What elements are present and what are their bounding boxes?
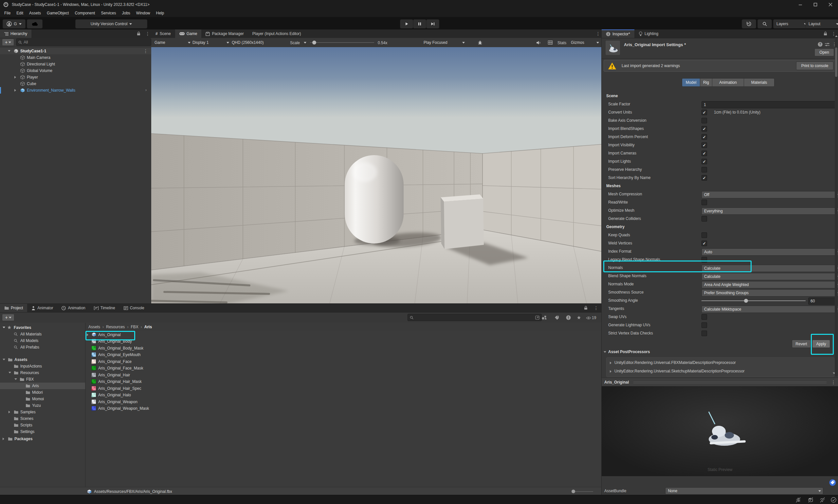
dropdown-smoothness-source[interactable]: Prefer Smoothing Groups [701,289,838,296]
folder-packages[interactable]: Packages [0,436,85,442]
favorite-all-models[interactable]: All Models [0,338,85,344]
hierarchy-item-main-camera[interactable]: Main Camera [0,54,151,61]
asset-aris_original_weapon[interactable]: Aris_Original_Weapon [86,399,601,405]
favorites-filter-icon[interactable] [577,316,581,320]
checkbox[interactable] [701,322,707,328]
asset-aris_original_halo[interactable]: Aris_Original_Halo [86,392,601,398]
undo-history-button[interactable] [742,19,756,29]
search-by-type-icon[interactable] [542,316,547,320]
panel-menu-icon[interactable]: ⋮ [596,32,600,36]
cache-disabled-icon[interactable] [808,497,814,503]
breadcrumb-aris[interactable]: Aris [144,325,152,329]
tab-hierarchy[interactable]: Hierarchy [0,30,32,38]
pause-button[interactable] [413,19,426,29]
panel-menu-icon[interactable]: ⋮ [594,306,599,310]
checkbox[interactable]: ✓ [701,240,707,246]
lock-icon[interactable] [824,32,827,36]
hidden-count-toggle[interactable]: 19 [586,316,596,320]
create-add-button[interactable]: + [2,39,14,46]
gizmos-dropdown[interactable]: Gizmos [571,39,599,46]
checkbox[interactable] [701,118,707,123]
folder-momoi[interactable]: Momoi [0,396,85,402]
checkbox[interactable] [701,257,707,263]
scene-menu-icon[interactable]: ⋮ [143,49,148,53]
checkbox[interactable] [701,330,707,336]
checkbox[interactable]: ✓ [701,150,707,156]
mode-tab-animation[interactable]: Animation [712,78,744,87]
cloud-button[interactable] [27,19,42,29]
folder-settings[interactable]: Settings [0,428,85,435]
postprocessor-item[interactable]: UnityEditor.Rendering.Universal.Sketchup… [607,367,834,375]
status-ok-icon[interactable] [831,497,836,503]
thumbnail-size-knob[interactable] [572,490,575,493]
folder-fbx[interactable]: FBX [0,376,85,382]
presets-icon[interactable] [825,42,830,47]
breadcrumb-assets[interactable]: Assets [88,325,100,329]
checkbox[interactable]: ✓ [701,159,707,164]
checkbox[interactable]: ✓ [701,142,707,148]
scale-slider-track[interactable] [310,42,374,43]
network-disabled-icon[interactable] [820,497,825,503]
tab-inspector[interactable]: Inspector* [602,30,635,38]
frame-debugger-icon[interactable] [478,40,482,45]
checkbox[interactable] [701,167,707,173]
preview-drag-handle[interactable] [634,382,826,383]
hierarchy-item-environment-narrow-walls[interactable]: Environment_Narrow_Walls› [0,87,151,94]
menu-assets[interactable]: Assets [26,9,44,17]
help-icon[interactable]: ? [818,42,823,47]
checkbox[interactable]: ✓ [701,175,707,181]
menu-jobs[interactable]: Jobs [119,9,133,17]
menu-edit[interactable]: Edit [14,9,26,17]
play-focused-dropdown[interactable]: Play Focused [422,39,466,46]
folder-aris[interactable]: Aris [0,382,85,389]
open-button[interactable]: Open [815,49,834,56]
breadcrumb-fbx[interactable]: FBX [131,325,138,329]
hierarchy-item-directional-light[interactable]: Directional Light [0,61,151,68]
asset-aris_original_eyemouth[interactable]: Aris_Original_EyeMouth [86,352,601,358]
debugger-disabled-icon[interactable] [796,497,801,503]
asset-aris_original_body_mask[interactable]: Aris_Original_Body_Mask [86,345,601,352]
menu-file[interactable]: File [1,9,14,17]
text-input[interactable]: 1 [701,101,836,108]
preview-menu-icon[interactable]: ⋮ [831,380,836,384]
dropdown-optimize-mesh[interactable]: Everything [701,208,838,215]
panel-menu-icon[interactable]: ⋮ [145,32,150,36]
slider-knob[interactable] [744,299,748,303]
hierarchy-scene-row[interactable]: StudyCase1-1⋮ [0,48,151,54]
tab-timeline[interactable]: Timeline [90,304,120,312]
layers-dropdown[interactable]: Layers [773,19,810,29]
display-dropdown[interactable]: Display 1 [191,39,230,46]
dropdown-blend-shape-normals[interactable]: Calculate [701,273,838,280]
folder-samples[interactable]: Samples [0,409,85,415]
asset-aris_original_face_mask[interactable]: Aris_Original_Face_Mask [86,365,601,372]
dropdown-tangents[interactable]: Calculate Mikktspace [701,306,838,313]
mode-tab-materials[interactable]: Materials [744,78,774,87]
preview-header[interactable]: Aris_Original ⋮ [602,378,838,387]
project-search-input[interactable] [408,314,542,321]
dropdown-mesh-compression[interactable]: Off [701,191,838,198]
asset-aris_original_weapon_mask[interactable]: Aris_Original_Weapon_Mask [86,405,601,412]
checkbox[interactable] [701,232,707,238]
folder-resources[interactable]: Resources [0,370,85,376]
folder-scenes[interactable]: Scenes [0,415,85,422]
dropdown-normals-mode[interactable]: Area And Angle Weighted [701,281,838,288]
asset-preview[interactable]: Static Preview [602,386,838,476]
menu-services[interactable]: Services [98,9,119,17]
checkbox[interactable] [701,314,707,320]
slider-value-input[interactable]: 60 [808,298,836,305]
chevron-right-icon[interactable]: › [145,88,147,92]
mode-tab-rig[interactable]: Rig [700,78,712,87]
scale-slider-knob[interactable] [312,40,316,44]
lock-icon[interactable] [584,306,588,310]
menu-component[interactable]: Component [72,9,98,17]
checkbox[interactable] [701,216,707,221]
maximize-button[interactable] [808,0,823,9]
hierarchy-item-global-volume[interactable]: Global Volume [0,68,151,74]
close-button[interactable] [823,0,838,9]
asset-aris_original_hair[interactable]: Aris_Original_Hair [86,372,601,378]
checkbox[interactable]: ✓ [701,126,707,131]
postprocessor-item[interactable]: UnityEditor.Rendering.Universal.FBXMater… [607,359,834,367]
print-to-console-button[interactable]: Print to console [796,61,834,70]
scrollbar-thumb[interactable] [835,48,837,77]
asset-labels-icon[interactable] [829,479,836,486]
